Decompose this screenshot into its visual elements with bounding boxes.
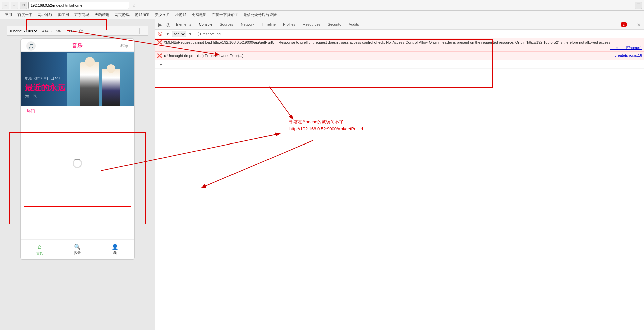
bookmark-movies[interactable]: 免费电影 [190,12,209,18]
tab-sources[interactable]: Sources [216,21,237,28]
console-toolbar: 🚫 ▼ top ▼ Preserve log [155,30,644,38]
tab-elements[interactable]: Elements [173,21,195,28]
loading-spinner [73,159,82,168]
devtools-panel: ▶ ◎ Elements Console Sources Network Tim… [155,19,644,330]
console-error-row-1: ❌ XMLHttpRequest cannot load http://192.… [155,38,644,52]
rotate-icon[interactable]: ⟳ [79,28,83,34]
phone-exclusive-link[interactable]: 独家 [120,43,129,49]
search-label: 搜索 [74,251,81,255]
home-icon: ⌂ [38,243,42,250]
bookmark-wechat[interactable]: 微信公众号后台登陆... [241,12,282,18]
phone-logo: 🎵 [26,41,36,51]
bookmark-baidu2[interactable]: 百度一下就知道 [210,12,240,18]
console-filter-btn[interactable]: ▼ [165,31,171,37]
menu-button[interactable]: ☰ [635,2,642,9]
star-button[interactable]: ☆ [132,3,136,8]
bookmark-baidu[interactable]: 百度一下 [15,12,34,18]
phone-frame: 🎵 音乐 独家 [20,38,135,260]
height-value: 736 [55,29,61,33]
bookmark-gameaccel[interactable]: 游戏加速 [133,12,152,18]
back-button[interactable]: ← [2,2,9,9]
loading-section [24,120,131,207]
console-expand-btn[interactable]: ► [157,61,165,67]
banner-title: 最近的永远 [25,82,65,93]
bookmark-minigame[interactable]: 小游戏 [173,12,188,18]
search-icon: 🔍 [74,244,81,250]
error-text-2: ▶ Uncaught (in promise) Error: Network E… [164,54,243,58]
phone-title: 音乐 [72,42,83,49]
devtools-close-btn[interactable]: ✕ [635,21,643,28]
tab-resources[interactable]: Resources [299,21,324,28]
error-text-1: XMLHttpRequest cannot load http://192.16… [164,40,611,44]
phone-banner: 电影《时间里门口的》 最近的永远 光 良 [21,52,134,106]
bookmarks-bar: 应用 百度一下 网址导航 淘宝网 京东商城 天猫精选 网页游戏 游戏加速 美女图… [0,11,644,19]
bookmark-webgame[interactable]: 网页游戏 [113,12,132,18]
phone-header: 🎵 音乐 独家 [21,39,134,52]
devtools-toggle-button[interactable]: ▶ [156,21,164,28]
tab-security[interactable]: Security [324,21,345,28]
tab-timeline[interactable]: Timeline [258,21,279,28]
bookmark-tmall[interactable]: 天猫精选 [93,12,111,18]
phone-footer: ⌂ 首页 🔍 搜索 👤 我 [21,239,134,259]
error-link-2[interactable]: createError.js:16 [615,53,642,57]
device-select[interactable]: iPhone 6 Plus [9,29,38,33]
main-area: iPhone 6 Plus 414 × 736 100% ⟳ ⋮ 🎵 音乐 独家 [0,19,644,330]
preserve-log-text: Preserve log [200,32,221,36]
user-icon: 👤 [112,244,118,250]
error-link-1[interactable]: index.html#/home:1 [610,46,642,50]
preserve-log-label: Preserve log [195,32,221,36]
banner-subtitle: 电影《时间里门口的》 [25,76,65,81]
mobile-toolbar: iPhone 6 Plus 414 × 736 100% ⟳ ⋮ [7,26,148,36]
bookmark-jd[interactable]: 京东商城 [72,12,91,18]
nav-bar: ← → ↻ ☆ ☰ [0,0,644,11]
reload-button[interactable]: ↻ [20,2,27,9]
bookmark-nav[interactable]: 网址导航 [36,12,55,18]
tab-network[interactable]: Network [238,21,258,28]
zoom-value: 100% [66,29,75,33]
hot-section-label: 热门 [21,106,134,117]
footer-tab-me[interactable]: 👤 我 [96,240,134,259]
bookmark-girls[interactable]: 美女图片 [153,12,172,18]
devtools-more-btn[interactable]: ⋮ [627,21,635,28]
me-label: 我 [113,251,117,255]
error-icon-2: ❌ [157,53,162,58]
console-context-select[interactable]: top [172,31,186,37]
devtools-tabs: ▶ ◎ Elements Console Sources Network Tim… [155,19,644,30]
console-error-row-2: ❌ ▶ Uncaught (in promise) Error: Network… [155,52,644,60]
inspect-button[interactable]: ◎ [165,21,172,28]
home-label: 首页 [36,251,43,256]
url-bar[interactable] [28,2,129,9]
tab-console[interactable]: Console [195,21,216,28]
tab-profiles[interactable]: Profiles [280,21,299,28]
banner-text: 电影《时间里门口的》 最近的永远 光 良 [25,76,65,99]
devtools-close-area: 2 ⋮ ✕ [621,21,643,28]
console-content: ❌ XMLHttpRequest cannot load http://192.… [155,38,644,330]
forward-button[interactable]: → [11,2,18,9]
footer-tab-home[interactable]: ⌂ 首页 [21,240,59,259]
width-value: 414 [42,29,48,33]
bookmark-taobao[interactable]: 淘宝网 [56,12,71,18]
console-expand-row: ► [155,60,644,69]
bookmark-apps[interactable]: 应用 [3,12,14,18]
toolbar-x: × [50,29,52,33]
console-dropdown-btn[interactable]: ▼ [187,31,193,37]
console-clear-btn[interactable]: 🚫 [157,31,163,37]
browser-window: ← → ↻ ☆ ☰ 应用 百度一下 网址导航 淘宝网 京东商城 天猫精选 网页游… [0,0,644,330]
error-count-badge: 2 [621,22,627,27]
preserve-log-checkbox[interactable] [195,32,199,36]
more-button[interactable]: ⋮ [139,28,146,34]
error-icon-1: ❌ [157,40,162,45]
banner-artist: 光 良 [25,93,65,99]
mobile-view: iPhone 6 Plus 414 × 736 100% ⟳ ⋮ 🎵 音乐 独家 [0,19,155,330]
footer-tab-search[interactable]: 🔍 搜索 [59,240,96,259]
tab-audits[interactable]: Audits [345,21,362,28]
